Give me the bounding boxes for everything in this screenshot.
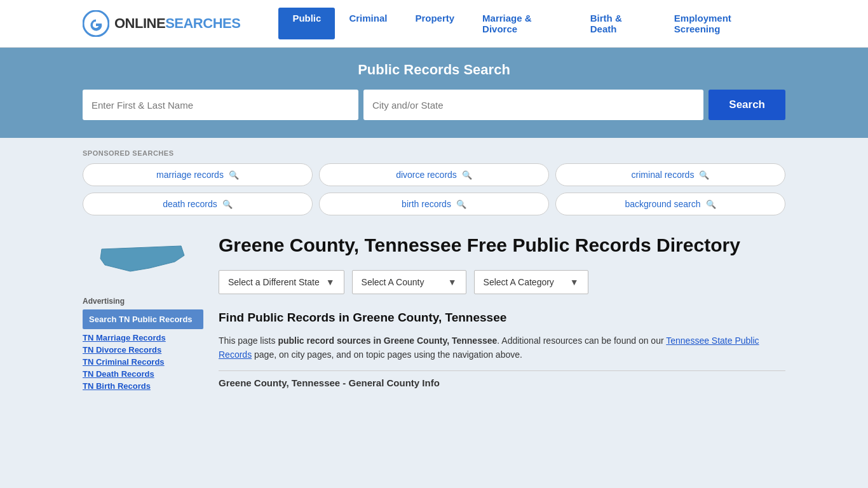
- nav-employment[interactable]: Employment Screening: [660, 8, 785, 39]
- search-icon-death: 🔍: [222, 200, 233, 209]
- search-icon-birth: 🔍: [456, 200, 466, 209]
- nav-public[interactable]: Public: [278, 8, 335, 39]
- state-dropdown-chevron: ▼: [326, 277, 335, 287]
- section-body: This page lists public record sources in…: [219, 334, 785, 362]
- state-dropdown[interactable]: Select a Different State ▼: [219, 270, 344, 294]
- county-dropdown-chevron: ▼: [448, 277, 457, 287]
- sidebar-link-divorce[interactable]: TN Divorce Records: [83, 345, 203, 355]
- sidebar: Advertising Search TN Public Records TN …: [83, 233, 203, 393]
- site-header: ONLINESEARCHES Public Criminal Property …: [0, 0, 868, 48]
- logo[interactable]: ONLINESEARCHES: [83, 10, 240, 37]
- sidebar-link-death[interactable]: TN Death Records: [83, 369, 203, 379]
- name-input[interactable]: [83, 90, 358, 120]
- sponsored-tag-death[interactable]: death records 🔍: [83, 193, 313, 215]
- advertising-section: Advertising Search TN Public Records TN …: [83, 297, 203, 391]
- location-input[interactable]: [363, 90, 703, 120]
- search-icon-marriage: 🔍: [229, 170, 239, 180]
- sponsored-tag-divorce[interactable]: divorce records 🔍: [319, 163, 549, 186]
- category-dropdown-chevron: ▼: [570, 277, 579, 287]
- search-button[interactable]: Search: [709, 90, 785, 120]
- nav-birth-death[interactable]: Birth & Death: [576, 8, 660, 39]
- sponsored-label: SPONSORED SEARCHES: [83, 149, 785, 157]
- advertising-label: Advertising: [83, 297, 203, 306]
- logo-text: ONLINESEARCHES: [114, 15, 240, 32]
- main-section: Advertising Search TN Public Records TN …: [83, 233, 785, 393]
- ad-search-tn[interactable]: Search TN Public Records: [83, 309, 203, 329]
- state-dropdown-label: Select a Different State: [228, 277, 320, 287]
- category-dropdown-label: Select A Category: [484, 277, 554, 287]
- county-dropdown[interactable]: Select A County ▼: [352, 270, 466, 294]
- hero-banner: Public Records Search Search: [0, 48, 868, 138]
- search-icon-divorce: 🔍: [462, 170, 472, 180]
- main-nav: Public Criminal Property Marriage & Divo…: [278, 8, 785, 39]
- content-wrapper: SPONSORED SEARCHES marriage records 🔍 di…: [0, 138, 868, 412]
- nav-marriage-divorce[interactable]: Marriage & Divorce: [468, 8, 576, 39]
- sidebar-link-birth[interactable]: TN Birth Records: [83, 381, 203, 391]
- svg-marker-1: [100, 246, 184, 271]
- logo-icon: [83, 10, 109, 37]
- county-dropdown-label: Select A County: [362, 277, 424, 287]
- nav-criminal[interactable]: Criminal: [335, 8, 401, 39]
- search-bar: Search: [83, 90, 785, 120]
- tn-map: [83, 233, 203, 284]
- sponsored-grid: marriage records 🔍 divorce records 🔍 cri…: [83, 163, 785, 215]
- nav-property[interactable]: Property: [401, 8, 468, 39]
- right-content: Greene County, Tennessee Free Public Rec…: [219, 233, 785, 388]
- sponsored-tag-birth[interactable]: birth records 🔍: [319, 193, 549, 215]
- page-title: Greene County, Tennessee Free Public Rec…: [219, 233, 785, 257]
- hero-title: Public Records Search: [83, 62, 785, 78]
- dropdowns-row: Select a Different State ▼ Select A Coun…: [219, 270, 785, 294]
- sponsored-tag-background[interactable]: background search 🔍: [555, 193, 785, 215]
- search-icon-background: 🔍: [706, 200, 716, 209]
- sidebar-link-marriage[interactable]: TN Marriage Records: [83, 333, 203, 342]
- sponsored-tag-marriage[interactable]: marriage records 🔍: [83, 163, 313, 186]
- sponsored-tag-criminal[interactable]: criminal records 🔍: [555, 163, 785, 186]
- category-dropdown[interactable]: Select A Category ▼: [474, 270, 588, 294]
- section-heading: Find Public Records in Greene County, Te…: [219, 311, 785, 325]
- county-info-heading: Greene County, Tennessee - General Count…: [219, 370, 785, 388]
- sidebar-link-criminal[interactable]: TN Criminal Records: [83, 357, 203, 367]
- search-icon-criminal: 🔍: [699, 170, 709, 180]
